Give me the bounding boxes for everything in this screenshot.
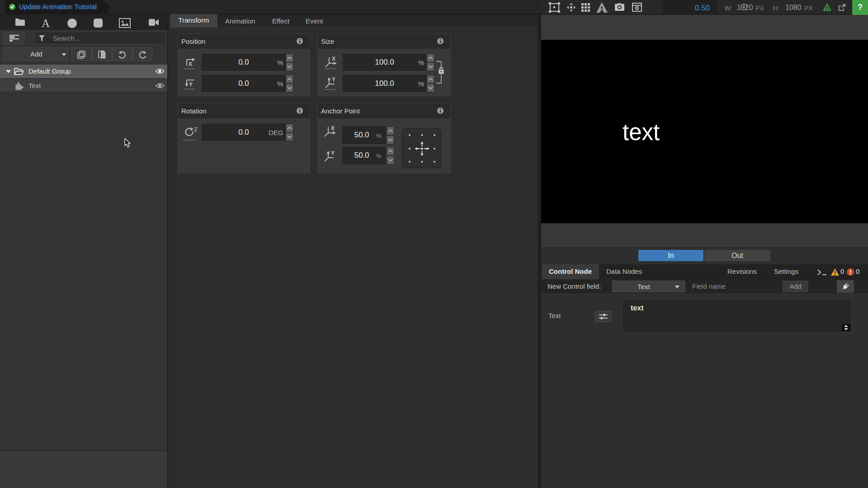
svg-text:Y: Y bbox=[332, 76, 335, 83]
svg-text:X: X bbox=[332, 56, 335, 62]
svg-text:X: X bbox=[331, 125, 335, 131]
svg-text:Y: Y bbox=[331, 150, 335, 156]
svg-text:X: X bbox=[189, 61, 192, 67]
svg-text:Y: Y bbox=[189, 81, 193, 88]
